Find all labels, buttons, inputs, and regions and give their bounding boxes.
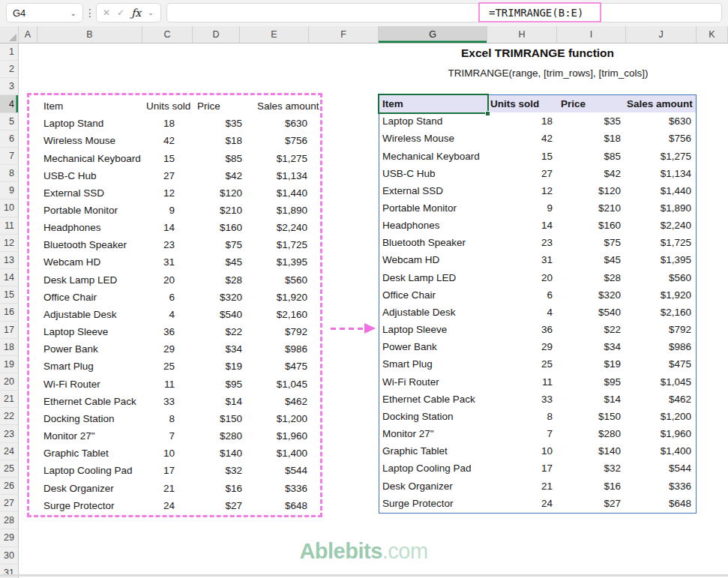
source-cell[interactable]: $544 [257,465,321,476]
source-cell[interactable]: $2,240 [257,222,321,233]
result-cell[interactable]: $210 [558,202,627,214]
source-cell[interactable]: $1,920 [257,292,321,303]
result-cell[interactable]: 36 [488,324,558,335]
result-cell[interactable]: $22 [558,324,627,335]
source-cell[interactable]: $16 [190,483,257,494]
row-header-8[interactable]: 8 [0,165,19,182]
enter-icon[interactable]: ✓ [117,7,124,18]
column-header-d[interactable]: D [193,26,240,43]
source-cell[interactable]: $1,275 [257,153,321,164]
row-header-25[interactable]: 25 [0,460,19,478]
source-cell[interactable]: $320 [190,292,257,303]
result-cell[interactable]: Ethernet Cable Pack [379,394,488,405]
source-cell[interactable]: $792 [257,326,321,337]
result-cell[interactable]: Laptop Stand [379,115,488,127]
source-cell[interactable]: 18 [146,118,190,129]
result-cell[interactable]: 11 [488,376,558,388]
source-cell[interactable]: Power Bank [43,343,146,355]
column-header-b[interactable]: B [37,26,142,43]
row-header-15[interactable]: 15 [0,286,19,304]
source-cell[interactable]: 9 [146,205,190,216]
result-cell[interactable]: $1,920 [627,289,697,301]
row-header-20[interactable]: 20 [0,373,19,391]
row-header-13[interactable]: 13 [0,252,19,269]
source-cell[interactable]: $1,200 [257,413,321,424]
result-cell[interactable]: $1,134 [627,168,697,179]
source-cell[interactable]: 12 [146,187,190,199]
column-header-c[interactable]: C [142,26,193,43]
source-cell[interactable]: 42 [146,135,190,146]
source-cell[interactable]: $42 [190,170,257,181]
result-cell[interactable]: Graphic Tablet [379,445,488,457]
result-cell[interactable]: $120 [558,185,627,196]
fill-handle[interactable] [485,111,490,116]
result-cell[interactable]: $475 [627,358,697,370]
result-cell[interactable]: $540 [558,307,627,318]
result-cell[interactable]: $462 [627,394,697,405]
source-cell[interactable]: Smart Plug [43,361,146,372]
source-cell[interactable]: $32 [190,465,257,476]
result-cell[interactable]: Docking Station [379,411,488,422]
result-cell[interactable]: $35 [558,115,627,127]
source-header-cell[interactable]: Price [190,100,257,112]
source-cell[interactable]: $18 [190,135,257,146]
result-cell[interactable]: $27 [558,498,627,509]
row-header-23[interactable]: 23 [0,425,19,442]
result-cell[interactable]: $18 [558,133,627,144]
chevron-down-icon[interactable]: ⌄ [148,9,154,16]
row-header-1[interactable]: 1 [0,43,19,61]
source-cell[interactable]: Bluetooth Speaker [43,239,146,250]
row-header-12[interactable]: 12 [0,235,19,252]
result-cell[interactable]: 29 [488,341,558,352]
source-cell[interactable]: $45 [190,256,257,268]
result-cell[interactable]: $95 [558,376,627,388]
result-cell[interactable]: $280 [558,428,627,439]
result-cell[interactable]: $320 [558,289,627,301]
source-cell[interactable]: $986 [257,343,321,355]
source-cell[interactable]: $756 [257,135,321,146]
result-cell[interactable]: 21 [488,481,558,492]
row-header-16[interactable]: 16 [0,304,19,321]
result-cell[interactable]: $648 [627,498,697,509]
source-cell[interactable]: Mechanical Keyboard [43,153,146,164]
result-cell[interactable]: $1,960 [627,428,697,439]
row-header-3[interactable]: 3 [0,78,19,95]
source-cell[interactable]: Surge Protector [43,500,146,511]
column-header-e[interactable]: E [240,26,309,43]
source-cell[interactable]: $75 [190,239,257,250]
source-cell[interactable]: $35 [190,118,257,129]
row-header-22[interactable]: 22 [0,408,19,425]
row-header-11[interactable]: 11 [0,217,19,235]
result-cell[interactable]: 24 [488,498,558,509]
source-cell[interactable]: Adjustable Desk [43,309,146,320]
result-cell[interactable]: $560 [627,272,697,283]
result-cell[interactable]: 6 [488,289,558,301]
source-cell[interactable]: $19 [190,361,257,372]
source-cell[interactable]: $85 [190,153,257,164]
source-cell[interactable]: 33 [146,396,190,407]
source-cell[interactable]: $1,134 [257,170,321,181]
result-cell[interactable]: $85 [558,151,627,162]
row-header-2[interactable]: 2 [0,61,19,78]
source-cell[interactable]: Monitor 27" [43,430,146,442]
result-cell[interactable]: $32 [558,463,627,474]
source-cell[interactable]: $1,440 [257,187,321,199]
result-cell[interactable]: $19 [558,358,627,370]
source-cell[interactable]: 17 [146,465,190,476]
source-cell[interactable]: $95 [190,379,257,390]
source-cell[interactable]: $540 [190,309,257,320]
source-cell[interactable]: 20 [146,274,190,286]
result-cell[interactable]: Surge Protector [379,498,488,509]
result-cell[interactable]: $34 [558,341,627,352]
column-header-j[interactable]: J [626,26,697,43]
name-box[interactable]: G4 ⌄ [6,3,83,22]
result-cell[interactable]: 18 [488,115,558,127]
source-header-cell[interactable]: Units sold [146,100,190,112]
row-header-17[interactable]: 17 [0,322,19,339]
result-cell[interactable]: 17 [488,463,558,474]
source-cell[interactable]: $1,725 [257,239,321,250]
row-header-7[interactable]: 7 [0,148,19,165]
result-cell[interactable]: $28 [558,272,627,283]
source-cell[interactable]: Laptop Cooling Pad [43,465,146,476]
result-cell[interactable]: Wi-Fi Router [379,376,488,388]
